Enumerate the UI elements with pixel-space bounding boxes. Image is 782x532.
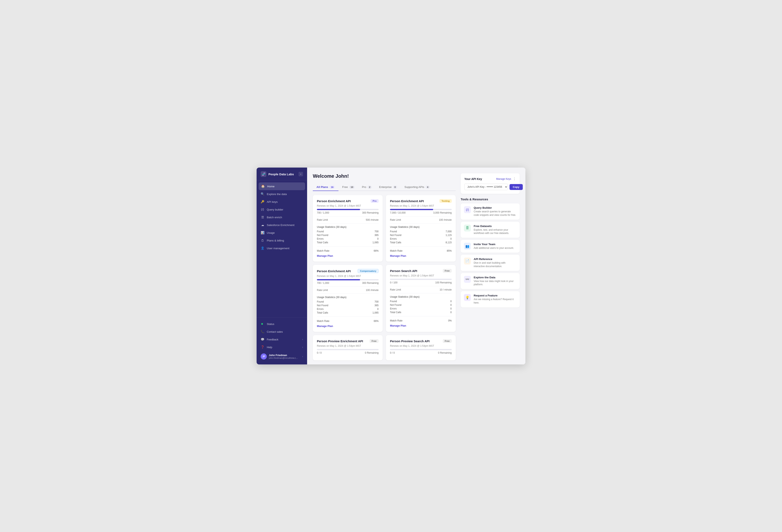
card-title: Person Search API (390, 269, 417, 273)
more-options-button[interactable]: ⋮ (513, 177, 516, 181)
api-reference-icon: 📄 (464, 257, 471, 264)
sidebar-item-batch-enrich[interactable]: ☰ Batch enrich (257, 213, 307, 221)
sidebar-item-label: Salesforce Enrichment (267, 223, 294, 226)
manage-plan-button[interactable]: Manage Plan (390, 323, 406, 327)
tab-label: Supporting APIs (404, 185, 424, 188)
billing-icon: 🗒 (261, 239, 264, 242)
remaining-count: 0 Remaining (438, 351, 452, 354)
sidebar-item-status[interactable]: Status (257, 320, 307, 328)
api-card-person-preview-search: Person Preview Search API Free Renews on… (386, 335, 456, 360)
tool-item-explore-data[interactable]: 👓 Explore the Data View how our data mig… (461, 273, 520, 289)
sidebar-item-salesforce[interactable]: ☁ Salesforce Enrichment (257, 221, 307, 229)
manage-plan-button[interactable]: Manage Plan (317, 253, 333, 257)
stat-value: 7,000 (446, 230, 452, 233)
sidebar-item-query-builder[interactable]: ⟨/⟩ Query builder (257, 206, 307, 213)
explore-icon: 🔍 (261, 192, 264, 196)
usage-row: 7,000 / 10,000 3,000 Remaining (390, 211, 452, 214)
card-title: Person Preview Search API (390, 340, 430, 343)
api-card-person-search-free: Person Search API Free Renews on May 1, … (386, 265, 456, 332)
used-count: 0 / 0 (390, 351, 395, 354)
match-rate-row: Match Rate 66% (317, 319, 379, 323)
tool-desc: Explore, test, and enhance your workflow… (474, 228, 517, 235)
stats-section: Usage Statistics (30 days) Found 700 Not… (317, 225, 379, 244)
tab-badge: 0 (393, 186, 397, 188)
stat-label: Found (390, 300, 397, 303)
badge-testing: Testing (439, 199, 452, 203)
card-title: Person Preview Enrichment API (317, 340, 363, 343)
sidebar-item-explore[interactable]: 🔍 Explore the data (257, 190, 307, 198)
match-rate-value: 85% (447, 249, 452, 252)
stat-row-total: Total Calls 1,065 (317, 311, 379, 315)
stats-section: Usage Statistics (30 days) Found 700 Not… (317, 296, 379, 315)
rate-limit-label: Rate Limit (317, 289, 328, 291)
badge-compensatory: Compensatory (358, 269, 379, 273)
card-header: Person Enrichment API Testing (390, 199, 452, 203)
tool-item-invite-team[interactable]: 👥 Invite Your Team Add additional users … (461, 240, 520, 253)
tab-enterprise[interactable]: Enterprise 0 (375, 183, 401, 191)
tool-desc: Create search queries to generate code s… (474, 210, 517, 217)
stat-value: 365 (375, 304, 379, 307)
stat-row-total: Total Calls 0 (390, 311, 452, 314)
match-rate-row: Match Rate 0% (390, 318, 452, 323)
tab-supporting-apis[interactable]: Supporting APIs 4 (401, 183, 433, 191)
manage-plan-button[interactable]: Manage Plan (390, 253, 406, 257)
rate-limit-label: Rate Limit (317, 218, 328, 221)
card-header: Person Enrichment API Compensatory (317, 269, 379, 273)
manage-plan-button[interactable]: Manage Plan (317, 323, 333, 328)
sidebar-item-users[interactable]: 👤 User management (257, 244, 307, 252)
match-rate-row: Match Rate 66% (317, 249, 379, 253)
sidebar-item-api-keys[interactable]: 🔑 API keys (257, 198, 307, 206)
sidebar-item-home[interactable]: 🏠 Home (259, 182, 305, 190)
tab-label: Free (342, 185, 348, 188)
chevron-right-icon: › (302, 338, 303, 341)
sidebar-item-billing[interactable]: 🗒 Plans & billing (257, 237, 307, 244)
api-key-select[interactable]: John's API Key - ••••••• 123456 (464, 184, 508, 190)
sidebar-item-help[interactable]: ❓ Help › (257, 343, 307, 351)
user-profile[interactable]: JF John Friedman john.friedman@recuitnow… (257, 351, 307, 362)
copy-button[interactable]: Copy (509, 184, 523, 190)
card-header: Person Preview Enrichment API Free (317, 339, 379, 343)
card-title: Person Enrichment API (317, 269, 351, 273)
tool-desc: Add additional users to your account. (474, 246, 517, 250)
rate-limit-label: Rate Limit (390, 288, 401, 291)
tool-item-api-reference[interactable]: 📄 API Reference Dive in and start buildi… (461, 255, 520, 271)
stat-label: Total Calls (390, 311, 401, 314)
invite-team-icon: 👥 (464, 243, 471, 250)
main-inner: Welcome John! All Plans 16 Free 10 Pro 2 (307, 168, 525, 364)
stats-section: Usage Statistics (30 days) Found 0 Not F… (390, 295, 452, 314)
match-rate-value: 66% (374, 249, 379, 252)
sidebar-item-feedback[interactable]: 💬 Feedback › (257, 335, 307, 343)
remaining-count: 300 Remaining (362, 211, 379, 214)
sidebar-item-usage[interactable]: 📊 Usage (257, 229, 307, 237)
progress-bar-wrap (317, 349, 379, 350)
tab-pro[interactable]: Pro 2 (358, 183, 375, 191)
sidebar-item-contact[interactable]: 📞 Contact sales (257, 328, 307, 335)
tool-name: Invite Your Team (474, 243, 517, 246)
manage-keys-button[interactable]: Manage Keys (496, 178, 511, 180)
sidebar-item-label: Query builder (267, 208, 283, 211)
usage-row: 700 / 1,000 300 Remaining (317, 282, 379, 284)
query-builder-icon: ⟨/⟩ (464, 206, 471, 213)
card-title: Person Enrichment API (390, 199, 424, 203)
sidebar-collapse-button[interactable]: ‹ (298, 172, 303, 176)
tab-free[interactable]: Free 10 (339, 183, 358, 191)
sidebar-item-label: Contact sales (267, 330, 283, 333)
tab-all-plans[interactable]: All Plans 16 (313, 183, 339, 191)
tool-item-free-datasets[interactable]: 🗄 Free Datasets Explore, test, and enhan… (461, 222, 520, 238)
tab-badge: 16 (329, 186, 335, 188)
stat-label: Found (317, 230, 324, 233)
stat-label: Errors (317, 237, 324, 240)
stat-value: 1,065 (372, 241, 379, 244)
tool-item-query-builder[interactable]: ⟨/⟩ Query Builder Create search queries … (461, 203, 520, 220)
remaining-count: 0 Remaining (365, 351, 379, 354)
stat-label: Total Calls (390, 241, 401, 244)
explore-data-icon: 👓 (464, 276, 471, 283)
progress-bar-fill (390, 209, 433, 210)
used-count: 0 / 100 (390, 281, 397, 284)
card-header: Person Preview Search API Free (390, 339, 452, 343)
match-rate-label: Match Rate (390, 249, 402, 252)
tool-item-request-feature[interactable]: 💡 Request a Feature Are we missing a fea… (461, 291, 520, 308)
match-rate-value: 66% (374, 320, 379, 322)
tool-desc: Dive in and start building with interact… (474, 261, 517, 268)
api-key-box: Your API Key Manage Keys ⋮ John's API Ke… (461, 173, 520, 194)
